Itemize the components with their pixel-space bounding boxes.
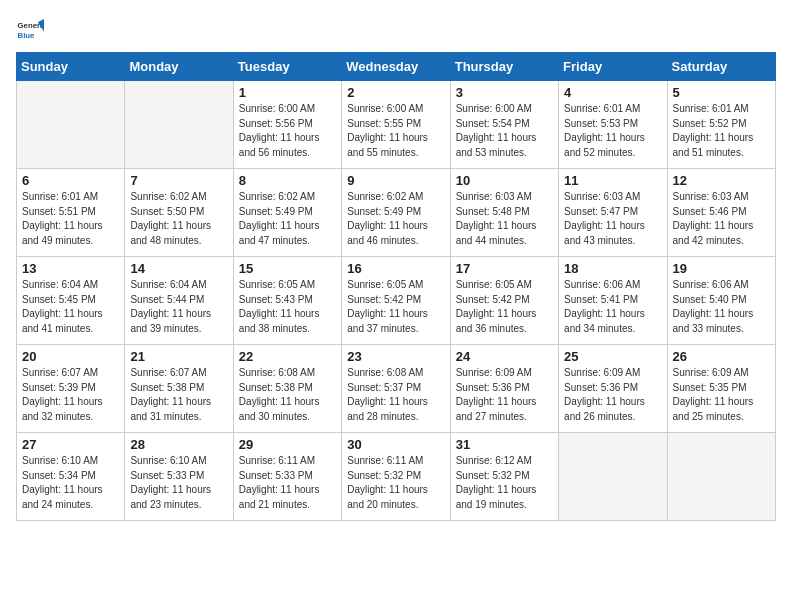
calendar-cell: 16Sunrise: 6:05 AM Sunset: 5:42 PM Dayli…: [342, 257, 450, 345]
day-number: 4: [564, 85, 661, 100]
calendar-cell: 18Sunrise: 6:06 AM Sunset: 5:41 PM Dayli…: [559, 257, 667, 345]
calendar-cell: 9Sunrise: 6:02 AM Sunset: 5:49 PM Daylig…: [342, 169, 450, 257]
calendar-cell: 19Sunrise: 6:06 AM Sunset: 5:40 PM Dayli…: [667, 257, 775, 345]
day-number: 12: [673, 173, 770, 188]
day-number: 18: [564, 261, 661, 276]
calendar-cell: 26Sunrise: 6:09 AM Sunset: 5:35 PM Dayli…: [667, 345, 775, 433]
day-info: Sunrise: 6:04 AM Sunset: 5:44 PM Dayligh…: [130, 278, 227, 336]
calendar-cell: 2Sunrise: 6:00 AM Sunset: 5:55 PM Daylig…: [342, 81, 450, 169]
day-info: Sunrise: 6:09 AM Sunset: 5:36 PM Dayligh…: [456, 366, 553, 424]
day-info: Sunrise: 6:06 AM Sunset: 5:40 PM Dayligh…: [673, 278, 770, 336]
calendar-cell: 7Sunrise: 6:02 AM Sunset: 5:50 PM Daylig…: [125, 169, 233, 257]
calendar-cell: 31Sunrise: 6:12 AM Sunset: 5:32 PM Dayli…: [450, 433, 558, 521]
calendar-table: SundayMondayTuesdayWednesdayThursdayFrid…: [16, 52, 776, 521]
day-number: 30: [347, 437, 444, 452]
day-info: Sunrise: 6:08 AM Sunset: 5:38 PM Dayligh…: [239, 366, 336, 424]
day-info: Sunrise: 6:01 AM Sunset: 5:52 PM Dayligh…: [673, 102, 770, 160]
calendar-cell: 15Sunrise: 6:05 AM Sunset: 5:43 PM Dayli…: [233, 257, 341, 345]
day-number: 16: [347, 261, 444, 276]
calendar-week-row: 20Sunrise: 6:07 AM Sunset: 5:39 PM Dayli…: [17, 345, 776, 433]
page-header: General Blue: [16, 16, 776, 44]
calendar-cell: 14Sunrise: 6:04 AM Sunset: 5:44 PM Dayli…: [125, 257, 233, 345]
day-info: Sunrise: 6:05 AM Sunset: 5:43 PM Dayligh…: [239, 278, 336, 336]
calendar-cell: [559, 433, 667, 521]
header-friday: Friday: [559, 53, 667, 81]
calendar-cell: 10Sunrise: 6:03 AM Sunset: 5:48 PM Dayli…: [450, 169, 558, 257]
calendar-cell: 22Sunrise: 6:08 AM Sunset: 5:38 PM Dayli…: [233, 345, 341, 433]
day-number: 21: [130, 349, 227, 364]
day-info: Sunrise: 6:00 AM Sunset: 5:56 PM Dayligh…: [239, 102, 336, 160]
day-number: 27: [22, 437, 119, 452]
calendar-cell: 3Sunrise: 6:00 AM Sunset: 5:54 PM Daylig…: [450, 81, 558, 169]
calendar-cell: 25Sunrise: 6:09 AM Sunset: 5:36 PM Dayli…: [559, 345, 667, 433]
day-number: 8: [239, 173, 336, 188]
calendar-cell: 6Sunrise: 6:01 AM Sunset: 5:51 PM Daylig…: [17, 169, 125, 257]
day-info: Sunrise: 6:01 AM Sunset: 5:51 PM Dayligh…: [22, 190, 119, 248]
calendar-cell: [667, 433, 775, 521]
day-info: Sunrise: 6:05 AM Sunset: 5:42 PM Dayligh…: [347, 278, 444, 336]
day-info: Sunrise: 6:03 AM Sunset: 5:48 PM Dayligh…: [456, 190, 553, 248]
calendar-cell: 11Sunrise: 6:03 AM Sunset: 5:47 PM Dayli…: [559, 169, 667, 257]
header-sunday: Sunday: [17, 53, 125, 81]
day-number: 3: [456, 85, 553, 100]
day-number: 22: [239, 349, 336, 364]
day-info: Sunrise: 6:03 AM Sunset: 5:46 PM Dayligh…: [673, 190, 770, 248]
day-info: Sunrise: 6:09 AM Sunset: 5:35 PM Dayligh…: [673, 366, 770, 424]
day-info: Sunrise: 6:10 AM Sunset: 5:33 PM Dayligh…: [130, 454, 227, 512]
calendar-week-row: 27Sunrise: 6:10 AM Sunset: 5:34 PM Dayli…: [17, 433, 776, 521]
calendar-cell: 8Sunrise: 6:02 AM Sunset: 5:49 PM Daylig…: [233, 169, 341, 257]
day-info: Sunrise: 6:12 AM Sunset: 5:32 PM Dayligh…: [456, 454, 553, 512]
day-info: Sunrise: 6:04 AM Sunset: 5:45 PM Dayligh…: [22, 278, 119, 336]
day-info: Sunrise: 6:11 AM Sunset: 5:33 PM Dayligh…: [239, 454, 336, 512]
day-info: Sunrise: 6:10 AM Sunset: 5:34 PM Dayligh…: [22, 454, 119, 512]
calendar-cell: 28Sunrise: 6:10 AM Sunset: 5:33 PM Dayli…: [125, 433, 233, 521]
calendar-cell: 4Sunrise: 6:01 AM Sunset: 5:53 PM Daylig…: [559, 81, 667, 169]
calendar-cell: 17Sunrise: 6:05 AM Sunset: 5:42 PM Dayli…: [450, 257, 558, 345]
calendar-cell: 29Sunrise: 6:11 AM Sunset: 5:33 PM Dayli…: [233, 433, 341, 521]
svg-text:Blue: Blue: [18, 31, 36, 40]
day-info: Sunrise: 6:02 AM Sunset: 5:49 PM Dayligh…: [239, 190, 336, 248]
day-number: 25: [564, 349, 661, 364]
day-info: Sunrise: 6:02 AM Sunset: 5:49 PM Dayligh…: [347, 190, 444, 248]
day-number: 17: [456, 261, 553, 276]
day-number: 19: [673, 261, 770, 276]
day-info: Sunrise: 6:06 AM Sunset: 5:41 PM Dayligh…: [564, 278, 661, 336]
day-info: Sunrise: 6:01 AM Sunset: 5:53 PM Dayligh…: [564, 102, 661, 160]
day-number: 26: [673, 349, 770, 364]
calendar-cell: [125, 81, 233, 169]
calendar-cell: 13Sunrise: 6:04 AM Sunset: 5:45 PM Dayli…: [17, 257, 125, 345]
day-number: 9: [347, 173, 444, 188]
day-number: 28: [130, 437, 227, 452]
day-info: Sunrise: 6:08 AM Sunset: 5:37 PM Dayligh…: [347, 366, 444, 424]
day-number: 29: [239, 437, 336, 452]
calendar-cell: 23Sunrise: 6:08 AM Sunset: 5:37 PM Dayli…: [342, 345, 450, 433]
day-info: Sunrise: 6:09 AM Sunset: 5:36 PM Dayligh…: [564, 366, 661, 424]
calendar-cell: 21Sunrise: 6:07 AM Sunset: 5:38 PM Dayli…: [125, 345, 233, 433]
day-number: 2: [347, 85, 444, 100]
header-thursday: Thursday: [450, 53, 558, 81]
header-saturday: Saturday: [667, 53, 775, 81]
day-number: 6: [22, 173, 119, 188]
header-wednesday: Wednesday: [342, 53, 450, 81]
day-number: 14: [130, 261, 227, 276]
calendar-cell: 30Sunrise: 6:11 AM Sunset: 5:32 PM Dayli…: [342, 433, 450, 521]
calendar-cell: 24Sunrise: 6:09 AM Sunset: 5:36 PM Dayli…: [450, 345, 558, 433]
day-info: Sunrise: 6:00 AM Sunset: 5:55 PM Dayligh…: [347, 102, 444, 160]
day-info: Sunrise: 6:03 AM Sunset: 5:47 PM Dayligh…: [564, 190, 661, 248]
day-number: 5: [673, 85, 770, 100]
day-number: 24: [456, 349, 553, 364]
day-number: 10: [456, 173, 553, 188]
day-info: Sunrise: 6:07 AM Sunset: 5:38 PM Dayligh…: [130, 366, 227, 424]
day-number: 15: [239, 261, 336, 276]
day-number: 11: [564, 173, 661, 188]
calendar-week-row: 6Sunrise: 6:01 AM Sunset: 5:51 PM Daylig…: [17, 169, 776, 257]
calendar-cell: 20Sunrise: 6:07 AM Sunset: 5:39 PM Dayli…: [17, 345, 125, 433]
calendar-cell: 1Sunrise: 6:00 AM Sunset: 5:56 PM Daylig…: [233, 81, 341, 169]
calendar-cell: 12Sunrise: 6:03 AM Sunset: 5:46 PM Dayli…: [667, 169, 775, 257]
calendar-week-row: 13Sunrise: 6:04 AM Sunset: 5:45 PM Dayli…: [17, 257, 776, 345]
calendar-header-row: SundayMondayTuesdayWednesdayThursdayFrid…: [17, 53, 776, 81]
day-info: Sunrise: 6:00 AM Sunset: 5:54 PM Dayligh…: [456, 102, 553, 160]
day-info: Sunrise: 6:05 AM Sunset: 5:42 PM Dayligh…: [456, 278, 553, 336]
calendar-cell: 5Sunrise: 6:01 AM Sunset: 5:52 PM Daylig…: [667, 81, 775, 169]
day-number: 13: [22, 261, 119, 276]
